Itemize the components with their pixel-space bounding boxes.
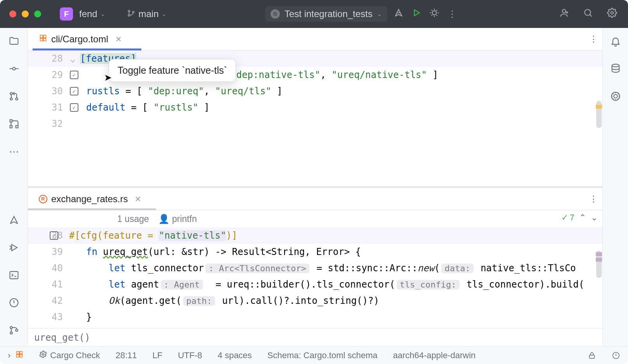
window-controls [9,10,41,17]
svg-rect-13 [16,126,18,128]
svg-point-0 [128,10,130,12]
inspection-widget-bottom[interactable]: ✓ 7 ⌃ ⌄ [561,213,598,223]
line-number: 38 [28,227,70,244]
person-icon: 👤 [158,214,170,224]
svg-point-5 [585,9,590,15]
gear-icon [39,350,47,361]
chevron-down-icon: ⌄ [377,11,382,17]
status-bar: › Cargo Check 28:11 LF UTF-8 4 spaces Sc… [0,346,628,364]
minimize-window-icon[interactable] [22,10,29,17]
notifications-icon[interactable] [610,36,621,49]
tab-label: cli/Cargo.toml [51,34,108,45]
svg-point-3 [432,11,436,15]
tab-bar-top: cli/Cargo.toml ✕ ⋮ [28,28,602,50]
scrollbar-marker[interactable] [596,252,602,256]
rust-icon: ® [271,9,280,19]
toml-status-icon[interactable] [15,350,24,361]
editor-area: cli/Cargo.toml ✕ ⋮ ▲ 2 ▲ 1 ⌃ ⌄ 28 ⌄ [fea… [28,28,602,346]
status-indent[interactable]: 4 spaces [218,350,252,361]
svg-rect-28 [20,351,22,354]
tool-window-toggle-icon[interactable]: › [8,350,10,361]
feature-toggle-checkbox[interactable]: ✓ [70,71,78,79]
status-target[interactable]: aarch64-apple-darwin [393,350,476,361]
close-window-icon[interactable] [9,10,16,17]
tab-exchange-rates[interactable]: R exchange_rates.rs ✕ [33,188,147,210]
project-tool-icon[interactable] [9,36,19,49]
terminal-tool-icon[interactable] [9,270,19,283]
status-problems-icon[interactable] [612,351,620,360]
svg-rect-15 [10,272,18,279]
branch-dropdown[interactable]: main ⌄ [127,9,167,19]
svg-marker-14 [12,244,17,251]
debug-icon[interactable] [428,8,441,20]
database-tool-icon[interactable] [610,63,621,77]
mouse-cursor-icon: ➤ [104,72,112,83]
more-icon[interactable]: ⋮ [446,9,459,19]
feature-toggle-checkbox[interactable]: ✓ [70,103,78,112]
settings-icon[interactable] [605,8,619,20]
scrollbar-marker[interactable] [596,105,602,109]
problems-tool-icon[interactable] [9,297,19,311]
editor-cargo-toml[interactable]: ▲ 2 ▲ 1 ⌃ ⌄ 28 ⌄ [features] 29 ✓ eq", "d… [28,50,602,186]
scrollbar-marker[interactable] [596,258,602,262]
feature-toggle-checkbox[interactable]: ✓ [50,231,58,240]
build-tool-icon[interactable] [9,215,19,228]
prev-highlight-icon[interactable]: ⌃ [579,213,586,223]
tab-label: exchange_rates.rs [51,194,128,205]
line-number: 30 [28,83,70,99]
line-number: 40 [28,260,70,276]
tab-cargo-toml[interactable]: cli/Cargo.toml ✕ [33,28,128,50]
tab-options-icon[interactable]: ⋮ [589,34,598,44]
close-tab-icon[interactable]: ✕ [115,35,122,44]
pass-badge[interactable]: ✓ 7 [561,213,574,223]
right-tool-rail [602,28,628,346]
svg-point-4 [562,9,566,13]
run-tool-icon[interactable] [9,242,19,256]
editor-exchange-rates[interactable]: 1 usage 👤 printfn ✓ 7 ⌃ ⌄ 38 ✓ #[cfg(fea… [28,210,602,346]
readonly-toggle-icon[interactable] [588,351,596,360]
chevron-down-icon: ⌄ [101,11,105,17]
fold-icon[interactable]: ⌄ [70,50,75,67]
project-dropdown[interactable]: fend ⌄ [79,9,105,19]
search-icon[interactable] [581,8,595,20]
chevron-down-icon: ⌄ [162,11,167,17]
left-tool-rail: ⋯ [0,28,28,346]
cargo-tool-icon[interactable] [610,91,621,104]
status-line-separator[interactable]: LF [153,350,163,361]
close-tab-icon[interactable]: ✕ [135,194,141,204]
svg-rect-27 [17,351,19,354]
inlay-usages[interactable]: 1 usage 👤 printfn [28,210,602,227]
tab-options-icon[interactable]: ⋮ [589,194,598,204]
svg-point-6 [611,12,614,14]
svg-rect-23 [43,38,46,41]
structure-tool-icon[interactable] [9,118,19,132]
project-badge[interactable]: F [60,7,73,21]
status-cargo-check[interactable]: Cargo Check [39,350,100,361]
next-highlight-icon[interactable]: ⌄ [591,213,598,223]
line-number: 29 [28,67,70,83]
svg-rect-29 [17,354,19,357]
maximize-window-icon[interactable] [34,10,41,17]
status-caret-position[interactable]: 28:11 [116,350,137,361]
toml-file-icon [39,34,47,44]
pull-requests-tool-icon[interactable] [9,91,19,104]
vcs-tool-icon[interactable] [9,325,19,338]
feature-toggle-checkbox[interactable]: ✓ [70,87,78,95]
type-hint: : Arc<TlsConnector> [205,263,309,273]
svg-rect-32 [590,355,595,358]
status-schema[interactable]: Schema: Cargo.toml schema [267,350,378,361]
code-with-me-icon[interactable] [557,8,571,20]
param-hint: path: [183,296,215,306]
svg-rect-22 [40,38,43,41]
status-encoding[interactable]: UTF-8 [178,350,202,361]
breadcrumb[interactable]: ureq_get() [28,328,602,346]
build-icon[interactable] [392,8,405,20]
run-icon[interactable] [410,8,423,20]
branch-icon [127,9,135,19]
run-config-dropdown[interactable]: ® Test integration_tests ⌄ [265,6,387,22]
commit-tool-icon[interactable] [9,63,19,77]
svg-point-8 [10,92,12,95]
svg-point-17 [10,326,12,329]
more-tools-icon[interactable]: ⋯ [9,146,19,158]
type-hint: : Agent [161,280,203,289]
